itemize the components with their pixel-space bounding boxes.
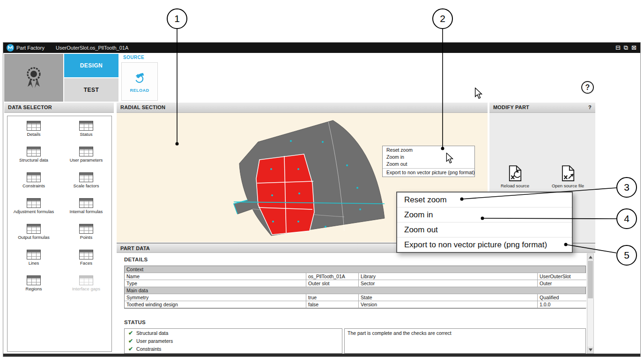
scrollbar-thumb[interactable] — [588, 261, 593, 298]
data-selector-item-regions[interactable]: Regions — [7, 275, 60, 301]
panel-help-icon[interactable]: ? — [588, 103, 592, 112]
callout-5: 5 — [616, 245, 637, 266]
data-selector-item-adjustment-formulas[interactable]: Adjustment formulas — [7, 198, 60, 224]
medal-icon — [23, 66, 44, 89]
data-selector-item-lines[interactable]: Lines — [7, 250, 60, 275]
table-icon — [79, 275, 93, 285]
cell-key: Version — [359, 301, 538, 308]
open-source-file-icon — [561, 165, 575, 181]
cell-value: 1.0.0 — [538, 301, 586, 308]
reload-source-button[interactable]: Reload source — [501, 165, 529, 188]
item-label: Regions — [26, 287, 42, 291]
item-label: Details — [27, 132, 40, 137]
table-row: Name os_PllTooth_01A Library UserOuterSl… — [125, 273, 585, 280]
status-check-row: ✔ Constraints — [125, 345, 342, 353]
table-icon — [79, 172, 93, 182]
cell-key: Name — [125, 273, 306, 280]
menu-item-export-png[interactable]: Export to non vector picture (png format… — [383, 169, 474, 176]
status-message-box: The part is complete and the checks are … — [344, 328, 586, 354]
table-icon — [27, 224, 41, 234]
test-tab-button[interactable]: TEST — [64, 78, 118, 102]
menu-item-zoom-in[interactable]: Zoom in — [397, 207, 572, 222]
data-selector-item-structural-data[interactable]: Structural data — [7, 147, 60, 172]
item-label: Output formulas — [18, 235, 50, 240]
status-check-row: ✔ User parameters — [125, 337, 342, 345]
table-icon — [79, 250, 93, 259]
data-selector-item-internal-formulas[interactable]: Internal formulas — [60, 198, 112, 224]
item-label: Interface gaps — [72, 287, 100, 291]
help-button[interactable]: ? — [581, 81, 594, 94]
scroll-down-icon[interactable] — [587, 347, 593, 353]
source-group: SOURCE RELOAD — [120, 54, 160, 102]
callout-4: 4 — [616, 208, 637, 229]
cell-value: Outer slot — [306, 280, 359, 287]
reload-button[interactable]: RELOAD — [121, 62, 158, 101]
data-selector-item-interface-gaps: Interface gaps — [60, 275, 112, 301]
toolbar: DESIGN TEST SOURCE RELOAD ? — [3, 53, 640, 103]
menu-separator — [383, 168, 474, 169]
app-title: Part Factory — [16, 43, 44, 53]
modify-part-title: MODIFY PART — [493, 104, 529, 110]
check-icon: ✔ — [128, 346, 133, 352]
callout-1: 1 — [167, 8, 187, 29]
menu-item-zoom-in[interactable]: Zoom in — [383, 154, 474, 161]
reload-button-label: RELOAD — [130, 88, 149, 93]
status-section-title: STATUS — [124, 319, 146, 325]
part-data-scrollbar[interactable] — [587, 253, 594, 354]
table-section-row: Main data — [125, 287, 585, 294]
minimize-icon[interactable]: ⊟ — [615, 43, 621, 53]
data-selector-item-details[interactable]: Details — [7, 121, 60, 147]
scroll-up-icon[interactable] — [587, 254, 593, 260]
table-section-row: Context — [125, 266, 585, 273]
table-icon — [79, 224, 93, 234]
menu-item-zoom-out[interactable]: Zoom out — [397, 222, 572, 237]
part-badge-button[interactable] — [4, 54, 63, 102]
data-selector-item-output-formulas[interactable]: Output formulas — [7, 224, 60, 250]
titlebar: Part Factory UserOuterSlot.os_PllTooth_0… — [3, 43, 640, 53]
close-icon[interactable]: ⊠ — [631, 43, 637, 53]
open-source-file-label: Open source file — [552, 183, 584, 188]
table-icon — [79, 121, 93, 131]
data-selector-item-faces[interactable]: Faces — [60, 250, 112, 275]
data-selector-panel: Details Status Structural data User para… — [7, 116, 112, 352]
item-label: Scale factors — [74, 184, 99, 188]
window-bottom-edge — [3, 354, 640, 357]
restore-icon[interactable]: ⧉ — [624, 43, 628, 53]
menu-item-reset-zoom[interactable]: Reset zoom — [397, 193, 572, 207]
item-label: Points — [80, 235, 92, 240]
design-tab-button[interactable]: DESIGN — [64, 54, 118, 77]
cell-value: false — [306, 301, 359, 308]
table-icon — [79, 198, 93, 208]
table-row: Toothed winding design false Version 1.0… — [125, 301, 585, 308]
status-message: The part is complete and the checks are … — [348, 330, 452, 336]
app-window: Part Factory UserOuterSlot.os_PllTooth_0… — [3, 42, 641, 357]
data-selector-item-user-parameters[interactable]: User parameters — [60, 147, 112, 172]
cell-key: Toothed winding design — [125, 301, 306, 308]
data-selector-item-status[interactable]: Status — [60, 121, 112, 147]
status-check-label: Structural data — [136, 330, 168, 336]
check-icon: ✔ — [128, 330, 133, 336]
details-section-title: DETAILS — [124, 257, 148, 262]
menu-item-export-png[interactable]: Export to non vector picture (png format… — [397, 237, 572, 252]
data-selector-item-constraints[interactable]: Constraints — [7, 172, 60, 198]
modify-part-header: MODIFY PART ? — [489, 103, 595, 113]
cell-value: Outer — [538, 280, 586, 287]
item-label: Status — [80, 132, 93, 137]
item-label: Adjustment formulas — [14, 209, 54, 214]
data-selector-item-points[interactable]: Points — [60, 224, 112, 250]
data-selector-item-scale-factors[interactable]: Scale factors — [60, 172, 112, 198]
menu-item-zoom-out[interactable]: Zoom out — [383, 161, 474, 168]
item-label: Structural data — [19, 158, 48, 163]
open-source-file-button[interactable]: Open source file — [552, 165, 584, 188]
context-menu: Reset zoom Zoom in Zoom out Export to no… — [382, 146, 475, 177]
status-check-row: ✔ Structural data — [125, 329, 342, 337]
data-selector-grid: Details Status Structural data User para… — [7, 116, 111, 301]
cell-key: State — [359, 294, 538, 301]
table-icon — [27, 275, 41, 285]
callout-2: 2 — [432, 8, 453, 29]
reload-source-label: Reload source — [501, 183, 529, 188]
item-label: Lines — [29, 261, 39, 266]
cell-key: Symmetry — [125, 294, 306, 301]
table-icon — [27, 147, 41, 156]
menu-item-reset-zoom[interactable]: Reset zoom — [383, 147, 474, 154]
